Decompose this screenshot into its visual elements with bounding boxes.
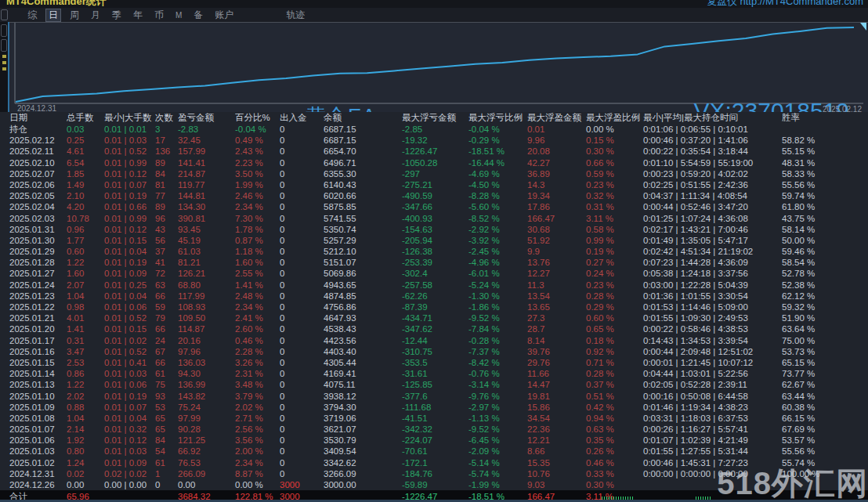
table-cell: 51.90 % [782, 312, 868, 323]
table-cell: 2025.01.07 [9, 424, 67, 435]
column-header[interactable]: 胜率 [782, 112, 868, 124]
table-row[interactable]: 2025.01.163.470.01 | 0.526797.962.28 %04… [0, 346, 868, 357]
table-cell: -400.93 [402, 213, 468, 224]
table-cell: -224.07 [402, 435, 468, 446]
table-cell: 55.15 % [782, 146, 868, 157]
sidebar-tool-icon[interactable] [1, 24, 7, 37]
column-header[interactable]: 最小|平均|最大持仓时间 [643, 112, 782, 124]
table-cell: -205.94 [402, 235, 468, 246]
table-cell: 0 [280, 435, 324, 446]
table-row[interactable]: 2025.01.072.140.01 | 0.326590.282.56 %03… [0, 424, 868, 435]
table-cell: 13.76 [527, 257, 586, 268]
table-row[interactable]: 2025.02.106.540.01 | 0.9989141.412.23 %0… [0, 157, 868, 168]
menu-item-日[interactable]: 日 [46, 9, 60, 21]
table-cell: -6.45 % [468, 435, 527, 446]
column-header[interactable]: 最大浮盈金额 [527, 112, 586, 124]
column-header[interactable]: 次数 [155, 112, 178, 124]
table-cell: -347.66 [402, 201, 468, 212]
table-cell: 1.41 [67, 323, 104, 334]
menu-item-周[interactable]: 周 [67, 9, 81, 21]
table-cell: 0:00:44 | 2:09:48 | 12:51:02 [643, 346, 782, 357]
table-row[interactable]: 2025.01.170.310.01 | 0.022420.160.46 %04… [0, 335, 868, 346]
table-row[interactable]: 2025.01.140.860.01 | 0.036194.302.31 %04… [0, 368, 868, 379]
table-cell: -9.52 % [468, 312, 527, 323]
table-cell: 73.77 % [782, 368, 868, 379]
table-row[interactable]: 2025.01.090.880.01 | 0.075375.242.02 %03… [0, 402, 868, 413]
table-row[interactable]: 2025.01.271.600.01 | 0.0972126.212.55 %0… [0, 268, 868, 279]
table-row[interactable]: 2025.02.071.850.01 | 0.1284214.873.50 %0… [0, 168, 868, 179]
table-cell: 5875.85 [324, 201, 402, 212]
table-row[interactable]: 2025.01.310.960.01 | 0.124393.451.78 %05… [0, 224, 868, 235]
table-row[interactable]: 2025.01.281.220.01 | 0.194181.211.60 %05… [0, 257, 868, 268]
menu-item-备[interactable]: 备 [191, 9, 205, 21]
table-cell: 58.54 % [782, 257, 868, 268]
table-row[interactable]: 2025.01.214.010.01 | 0.5279109.502.41 %0… [0, 312, 868, 323]
table-row[interactable]: 2025.01.242.070.01 | 0.256368.801.41 %04… [0, 280, 868, 291]
column-header[interactable]: 最小|大手数 [104, 112, 155, 124]
table-cell: 0:00:22 | 0:58:46 | 4:38:53 [643, 323, 782, 334]
table-row[interactable]: 2025.01.030.800.01 | 0.035466.922.00 %03… [0, 446, 868, 457]
table-cell: 84 [155, 435, 178, 446]
column-header[interactable]: 出入金 [280, 112, 324, 124]
menu-item-track[interactable]: 轨迹 [284, 9, 307, 21]
equity-chart-pane[interactable]: 黄金EA VX:237018519 2024.12.31 2025.02.12 [0, 22, 868, 113]
column-header[interactable]: 最大浮亏比例 [468, 112, 527, 124]
table-cell: 1.60 [67, 268, 104, 279]
table-cell: 9.9 [527, 246, 586, 257]
table-row[interactable]: 2025.02.120.250.01 | 0.031732.450.49 %06… [0, 135, 868, 146]
table-cell: 2025.02.04 [9, 201, 67, 212]
table-row[interactable]: 2025.02.052.100.01 | 0.1977144.812.46 %0… [0, 190, 868, 201]
column-header[interactable]: 最大浮亏金额 [402, 112, 468, 124]
sidebar-tool-icon[interactable] [1, 39, 7, 52]
menu-item-季[interactable]: 季 [110, 9, 124, 21]
table-row[interactable]: 2025.01.220.980.01 | 0.0659108.932.34 %0… [0, 302, 868, 312]
table-row[interactable]: 持仓0.030.01 | 0.013-2.83-0.04 %06687.15-2… [0, 124, 868, 135]
table-cell: 157.99 [178, 146, 235, 157]
table-cell: 29.76 [527, 357, 586, 368]
table-row[interactable]: 2025.01.152.530.01 | 0.4166136.033.26 %0… [0, 357, 868, 368]
table-row[interactable]: 2025.02.0310.780.01 | 0.9996390.817.30 %… [0, 213, 868, 224]
menu-item-币[interactable]: 币 [152, 9, 166, 21]
menu-item-综[interactable]: 综 [25, 9, 39, 21]
table-row[interactable]: 2025.01.201.410.01 | 0.1566114.872.60 %0… [0, 323, 868, 334]
table-row[interactable]: 2025.01.061.920.01 | 0.1284121.253.56 %0… [0, 435, 868, 446]
table-cell: -434.71 [402, 312, 468, 323]
table-cell: -184.76 [402, 468, 468, 479]
column-header[interactable]: 百分比% [235, 112, 280, 124]
table-cell: 53.73 % [782, 346, 868, 357]
menu-item-月[interactable]: 月 [89, 9, 103, 21]
table-cell: 0.96 [67, 224, 104, 235]
table-row[interactable]: 2025.01.290.600.01 | 0.043761.031.18 %05… [0, 246, 868, 257]
column-header[interactable]: 总手数 [67, 112, 104, 124]
column-header[interactable]: 余额 [324, 112, 402, 124]
table-row[interactable]: 2025.01.231.040.01 | 0.0466117.992.48 %0… [0, 291, 868, 302]
table-cell: 20.16 [178, 335, 235, 346]
table-cell: 0.00 [178, 479, 235, 490]
table-cell: 59.32 % [782, 302, 868, 312]
menu-item-年[interactable]: 年 [131, 9, 145, 21]
table-row[interactable]: 2025.01.081.040.01 | 0.046597.992.71 %03… [0, 413, 868, 424]
table-cell: 15.86 [527, 402, 586, 413]
table-cell: 3794.30 [324, 402, 402, 413]
table-row[interactable]: 2025.02.061.490.01 | 0.0781119.771.99 %0… [0, 179, 868, 190]
column-header[interactable]: 盈亏金额 [178, 112, 235, 124]
table-cell: -6.01 % [468, 268, 527, 279]
table-cell: 59.46 % [782, 246, 868, 257]
table-row[interactable]: 2025.01.102.020.01 | 0.1993143.823.79 %0… [0, 391, 868, 402]
table-row[interactable]: 2025.01.131.220.01 | 0.0675136.993.48 %0… [0, 379, 868, 390]
table-cell: 2025.01.28 [9, 257, 67, 268]
menu-corner-icon[interactable] [1, 9, 8, 20]
table-cell: 2.48 % [235, 291, 280, 302]
table-cell: 0.37 % [586, 379, 643, 390]
table-row[interactable]: 2025.02.114.610.01 | 0.52136157.992.43 %… [0, 146, 868, 157]
table-cell: 2025.01.08 [9, 413, 67, 424]
table-row[interactable]: 2025.01.301.770.01 | 0.155645.190.87 %05… [0, 235, 868, 246]
menu-item-M[interactable]: M [173, 9, 184, 21]
column-header[interactable]: 最大浮盈比例 [586, 112, 643, 124]
column-header[interactable]: 日期 [9, 112, 67, 124]
table-cell: 1.99 % [235, 179, 280, 190]
table-row[interactable]: 2025.02.044.200.01 | 0.6689134.302.34 %0… [0, 201, 868, 212]
table-cell: 0.01 | 0.04 [104, 291, 155, 302]
table-cell: 3000.00 [324, 479, 402, 490]
menu-item-账户[interactable]: 账户 [212, 9, 236, 21]
